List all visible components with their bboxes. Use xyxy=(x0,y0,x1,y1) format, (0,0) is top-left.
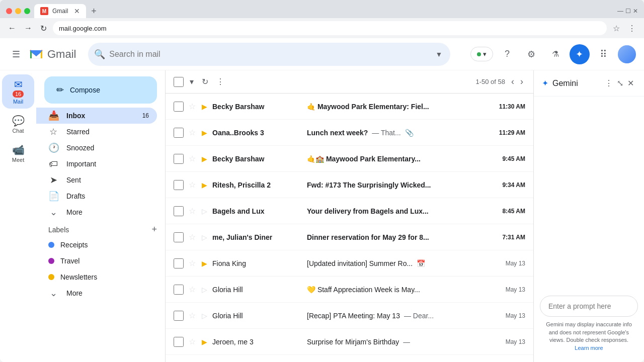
email-checkbox[interactable] xyxy=(174,180,184,190)
email-row[interactable]: ☆ ▶ Becky Barshaw 🤙 Maywood Park Element… xyxy=(166,94,533,120)
star-btn[interactable]: ☆ xyxy=(188,153,197,164)
email-row[interactable]: ☆ ▷ Gloria Hill [Recap] PTA Meeting: May… xyxy=(166,303,533,329)
compose-icon: ✏ xyxy=(56,84,64,96)
email-checkbox[interactable] xyxy=(174,206,184,216)
gmail-logo: Gmail xyxy=(28,46,76,62)
minimize-btn[interactable]: — xyxy=(617,8,623,15)
browser-menu-btn[interactable]: ⋮ xyxy=(626,22,638,35)
important-btn[interactable]: ▶ xyxy=(201,154,208,164)
maximize-window-btn[interactable] xyxy=(24,8,30,14)
important-btn[interactable]: ▷ xyxy=(201,311,208,321)
important-btn[interactable]: ▶ xyxy=(201,102,208,112)
important-btn[interactable]: ▶ xyxy=(201,337,208,347)
sidebar-item-starred[interactable]: ☆ Starred xyxy=(36,124,157,140)
search-input[interactable] xyxy=(109,50,429,59)
star-btn[interactable]: ☆ xyxy=(188,101,197,112)
select-dropdown-btn[interactable]: ▾ xyxy=(188,75,196,88)
sidebar-item-drafts[interactable]: 📄 Drafts xyxy=(36,188,157,204)
minimize-window-btn[interactable] xyxy=(15,8,21,14)
bookmark-btn[interactable]: ☆ xyxy=(611,22,622,35)
gemini-close-btn[interactable]: ✕ xyxy=(625,76,636,90)
star-btn[interactable]: ☆ xyxy=(188,205,197,217)
sidebar-item-inbox[interactable]: 📥 Inbox 16 xyxy=(36,108,157,124)
sidebar-item-more[interactable]: ⌄ More xyxy=(36,204,157,220)
important-btn[interactable]: ▷ xyxy=(201,232,208,242)
gemini-panel: ✦ Gemini ⋮ ⤡ ✕ Gemini may display inaccu… xyxy=(533,70,644,362)
status-dot-btn[interactable]: ▾ xyxy=(470,47,493,61)
label-item-receipts[interactable]: Receipts xyxy=(36,237,157,253)
email-row[interactable]: ☆ ▶ Becky Barshaw 🤙🏫 Maywood Park Elemen… xyxy=(166,146,533,172)
close-btn[interactable]: ✕ xyxy=(633,8,638,15)
sidebar-item-sent[interactable]: ➤ Sent xyxy=(36,172,157,188)
select-all-checkbox[interactable] xyxy=(174,77,184,87)
new-tab-btn[interactable]: + xyxy=(88,5,100,18)
active-tab[interactable]: M Gmail ✕ xyxy=(34,4,86,18)
email-row[interactable]: ☆ ▷ Bagels and Lux Your delivery from Ba… xyxy=(166,198,533,224)
search-wrapper[interactable]: 🔍 ▼ xyxy=(88,43,450,66)
prev-page-btn[interactable]: ‹ xyxy=(509,74,516,89)
email-checkbox[interactable] xyxy=(174,285,184,295)
star-btn[interactable]: ☆ xyxy=(188,127,197,138)
star-btn[interactable]: ☆ xyxy=(188,310,197,321)
add-label-btn[interactable]: + xyxy=(151,224,157,235)
email-row[interactable]: ☆ ▷ Gloria Hill 💛 Staff Appreciation Wee… xyxy=(166,277,533,303)
help-btn[interactable]: ? xyxy=(497,44,517,64)
important-btn[interactable]: ▷ xyxy=(201,285,208,295)
settings-btn[interactable]: ⚙ xyxy=(521,44,541,64)
email-checkbox[interactable] xyxy=(174,337,184,347)
star-btn[interactable]: ☆ xyxy=(188,257,197,269)
important-btn[interactable]: ▷ xyxy=(201,206,208,216)
rail-item-meet[interactable]: 📹 Meet xyxy=(2,140,34,167)
label-item-travel[interactable]: Travel xyxy=(36,253,157,269)
rail-item-chat[interactable]: 💬 Chat xyxy=(2,111,34,138)
rail-item-mail[interactable]: ✉ 16 Mail xyxy=(2,74,34,109)
email-row[interactable]: ☆ ▷ Jonathan Castillo Invitation: 🚣 Crow… xyxy=(166,355,533,362)
tab-close-btn[interactable]: ✕ xyxy=(74,7,80,15)
email-checkbox[interactable] xyxy=(174,128,184,138)
email-list: ☆ ▶ Becky Barshaw 🤙 Maywood Park Element… xyxy=(166,94,533,362)
important-btn[interactable]: ▶ xyxy=(201,180,208,190)
gemini-btn[interactable]: ✦ xyxy=(570,44,590,64)
address-bar[interactable]: mail.google.com xyxy=(53,21,607,35)
label-item-newsletters[interactable]: Newsletters xyxy=(36,269,157,285)
sidebar-item-important[interactable]: 🏷 Important xyxy=(36,156,157,172)
apps-btn[interactable]: ⠿ xyxy=(594,44,614,64)
gemini-expand-btn[interactable]: ⤡ xyxy=(615,76,625,90)
gemini-more-btn[interactable]: ⋮ xyxy=(603,76,615,90)
email-checkbox[interactable] xyxy=(174,311,184,321)
next-page-btn[interactable]: › xyxy=(518,74,525,89)
star-btn[interactable]: ☆ xyxy=(188,284,197,295)
reload-btn[interactable]: ↻ xyxy=(38,22,49,35)
restore-btn[interactable]: ☐ xyxy=(625,8,631,15)
refresh-btn[interactable]: ↻ xyxy=(200,75,210,88)
star-btn[interactable]: ☆ xyxy=(188,336,197,347)
star-btn[interactable]: ☆ xyxy=(188,179,197,191)
compose-btn[interactable]: ✏ Compose xyxy=(44,76,157,104)
email-row[interactable]: ☆ ▶ Jeroen, me 3 Surprise for Mirjam's B… xyxy=(166,329,533,355)
star-btn[interactable]: ☆ xyxy=(188,231,197,243)
important-btn[interactable]: ▶ xyxy=(201,128,208,138)
hamburger-menu-btn[interactable]: ☰ xyxy=(8,45,24,64)
labs-btn[interactable]: ⚗ xyxy=(545,44,566,64)
email-checkbox[interactable] xyxy=(174,102,184,112)
email-row[interactable]: ☆ ▷ me, Julian's Diner Dinner reservatio… xyxy=(166,224,533,250)
email-row[interactable]: ☆ ▶ Oana..Brooks 3 Lunch next week? — Th… xyxy=(166,120,533,146)
sidebar-item-snoozed[interactable]: 🕐 Snoozed xyxy=(36,140,157,156)
back-btn[interactable]: ← xyxy=(6,22,18,35)
more-options-btn[interactable]: ⋮ xyxy=(214,75,226,88)
rail-label-chat: Chat xyxy=(12,128,24,134)
forward-btn[interactable]: → xyxy=(22,22,34,35)
email-row[interactable]: ☆ ▶ Fiona King [Updated invitation] Summ… xyxy=(166,250,533,277)
important-btn[interactable]: ▶ xyxy=(201,258,208,268)
avatar[interactable] xyxy=(618,45,636,63)
browser-titlebar: M Gmail ✕ + — ☐ ✕ xyxy=(0,0,644,18)
learn-more-link[interactable]: Learn more xyxy=(575,345,603,351)
email-checkbox[interactable] xyxy=(174,232,184,242)
sidebar-item-labels-more[interactable]: ⌄ More xyxy=(36,285,157,301)
email-row[interactable]: ☆ ▶ Ritesh, Priscilla 2 Fwd: #173 The Su… xyxy=(166,172,533,198)
close-window-btn[interactable] xyxy=(6,8,12,14)
search-options-btn[interactable]: ▼ xyxy=(433,48,444,60)
email-checkbox[interactable] xyxy=(174,154,184,164)
email-checkbox[interactable] xyxy=(174,258,184,268)
gemini-prompt-input[interactable] xyxy=(540,296,638,317)
